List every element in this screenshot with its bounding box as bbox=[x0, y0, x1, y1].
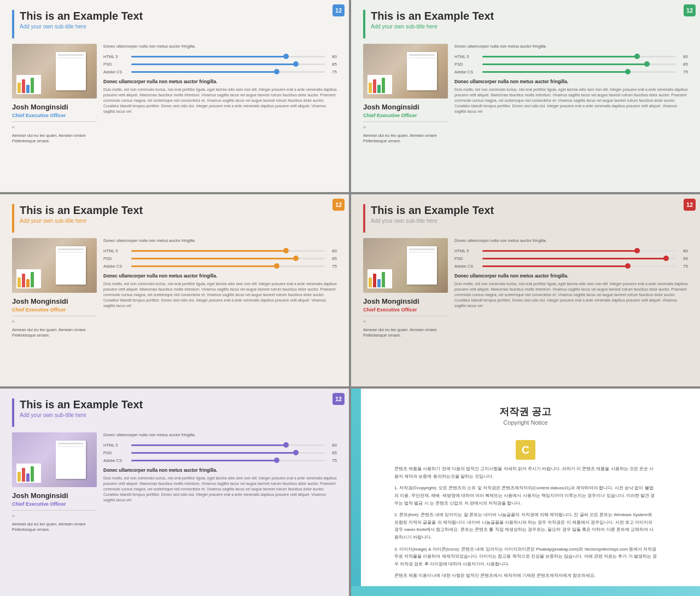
slide-border-5 bbox=[12, 398, 14, 427]
copyright-para-1: 콘텐츠 제품을 사용하기 전에 다음의 법적인 고지사항을 자세히 읽어 주시기… bbox=[394, 465, 657, 480]
slide-3: 12 This is an Example Text Add your own … bbox=[0, 194, 349, 386]
body-text-5: Duis mollis, est non commodo luctus, nis… bbox=[103, 476, 337, 504]
slide-2: 12 This is an Example Text Add your own … bbox=[351, 0, 700, 192]
slide-content-5: Josh Monginsidi Chief Executive Officer … bbox=[12, 432, 337, 533]
slide-title-5: This is an Example Text bbox=[20, 398, 143, 410]
slide-1: 12 This is an Example Text Add your own … bbox=[0, 0, 349, 192]
slide-number-5: 12 bbox=[332, 393, 345, 405]
skill-label-2-2: PSD bbox=[454, 62, 479, 67]
copyright-para-3: 2. 폰트(font): 콘텐츠 내에 있어지는 잘 폰트는 네이버 나눔글꼴의… bbox=[394, 511, 657, 541]
skill-label-1-2: PSD bbox=[103, 62, 128, 67]
profile-image-5 bbox=[12, 432, 97, 487]
slide-header-4: This is an Example Text Add your own sub… bbox=[363, 204, 688, 233]
skill-val-1-2: 85 bbox=[328, 62, 337, 67]
slide-copyright: 저작권 공고 Copyright Notice C 콘텐츠 제품을 사용하기 전… bbox=[351, 389, 700, 596]
right-panel-5: Donec ullamcorper nulla non metus auctor… bbox=[103, 432, 337, 533]
body-bold-3: Donec ullamcorper nulla non metus auctor… bbox=[103, 273, 337, 279]
slide-content-2: Josh Monginsidi Chief Executive Officer … bbox=[363, 44, 688, 144]
profile-image-2 bbox=[363, 44, 448, 99]
slide-header-1: This is an Example Text Add your own sub… bbox=[12, 10, 337, 38]
skill-val-5-2: 85 bbox=[328, 450, 337, 455]
skill-label-4-2: PSD bbox=[454, 256, 479, 261]
skill-val-1-1: 80 bbox=[328, 54, 337, 59]
slide-title-3: This is an Example Text bbox=[20, 204, 143, 216]
profile-role-4: Chief Executive Officer bbox=[363, 307, 448, 313]
slide-border-4 bbox=[363, 204, 365, 233]
copyright-logo: C bbox=[516, 440, 535, 460]
skill-val-4-3: 75 bbox=[679, 264, 688, 269]
quote-text-5: Aenean dui eu leo quam. Aenean ornare Pe… bbox=[12, 522, 97, 533]
quote-mark-5: " bbox=[12, 514, 97, 522]
slide-header-3: This is an Example Text Add your own sub… bbox=[12, 204, 337, 233]
left-panel-1: Josh Monginsidi Chief Executive Officer … bbox=[12, 44, 97, 144]
slide-subtitle-5: Add your own sub-title here bbox=[20, 412, 143, 418]
slide-subtitle-2: Add your own sub-title here bbox=[371, 24, 494, 30]
skill-label-5-1: HTML 5 bbox=[103, 443, 128, 448]
intro-text-5: Donec ullamcorper nulla non metus auctor… bbox=[103, 432, 337, 438]
skill-label-1-1: HTML 5 bbox=[103, 54, 128, 59]
right-panel-1: Donec ullamcorper nulla non metus auctor… bbox=[103, 44, 337, 144]
profile-name-3: Josh Monginsidi bbox=[12, 297, 97, 306]
skill-label-3-1: HTML 5 bbox=[103, 248, 128, 253]
quote-mark-3: " bbox=[12, 320, 97, 327]
slide-5: 12 This is an Example Text Add your own … bbox=[0, 389, 349, 596]
intro-text-2: Donec ullamcorper nulla non metus auctor… bbox=[454, 44, 688, 50]
skill-bars-3: HTML 580 PSD85 Adobe CS75 bbox=[103, 248, 337, 269]
profile-image-4 bbox=[363, 238, 448, 293]
body-text-4: Duis mollis, est non commodo luctus, nis… bbox=[454, 281, 688, 309]
skill-label-3-2: PSD bbox=[103, 256, 128, 261]
profile-role-1: Chief Executive Officer bbox=[12, 113, 97, 118]
skill-label-5-2: PSD bbox=[103, 450, 128, 455]
skill-label-3-3: Adobe CS bbox=[103, 264, 128, 269]
slide-border-3 bbox=[12, 204, 14, 233]
slide-subtitle-3: Add your own sub-title here bbox=[20, 218, 143, 224]
slide-header-5: This is an Example Text Add your own sub… bbox=[12, 398, 337, 427]
quote-text-1: Aenean dui eu leo quam. Aenean ornare Pe… bbox=[12, 133, 97, 144]
slide-border-1 bbox=[12, 10, 14, 38]
quote-text-3: Aenean dui eu leo quam. Aenean ornare Pe… bbox=[12, 327, 97, 339]
skill-val-4-2: 95 bbox=[679, 256, 688, 261]
body-text-2: Duis mollis, est non commodo luctus, nis… bbox=[454, 87, 688, 115]
left-panel-4: Josh Monginsidi Chief Executive Officer … bbox=[363, 238, 448, 339]
slide-number-1: 12 bbox=[332, 4, 345, 16]
copyright-title-ko: 저작권 공고 bbox=[499, 405, 551, 418]
body-bold-2: Donec ullamcorper nulla non metus auctor… bbox=[454, 79, 688, 84]
profile-image-3 bbox=[12, 238, 97, 293]
profile-name-2: Josh Monginsidi bbox=[363, 103, 448, 112]
slide-4: 12 This is an Example Text Add your own … bbox=[351, 194, 700, 386]
profile-role-5: Chief Executive Officer bbox=[12, 501, 97, 507]
skill-val-2-1: 80 bbox=[679, 54, 688, 59]
slide-number-4: 12 bbox=[684, 199, 696, 211]
skill-label-2-3: Adobe CS bbox=[454, 70, 479, 74]
slide-header-2: This is an Example Text Add your own sub… bbox=[363, 10, 688, 38]
profile-name-4: Josh Monginsidi bbox=[363, 297, 448, 306]
skill-val-3-3: 75 bbox=[328, 264, 337, 269]
body-bold-1: Donec ullamcorper nulla non metus auctor… bbox=[103, 79, 337, 84]
slide-number-2: 12 bbox=[684, 4, 696, 16]
left-panel-2: Josh Monginsidi Chief Executive Officer … bbox=[363, 44, 448, 144]
body-text-3: Duis mollis, est non commodo luctus, nis… bbox=[103, 281, 337, 309]
slide-border-2 bbox=[363, 10, 365, 38]
intro-text-3: Donec ullamcorper nulla non metus auctor… bbox=[103, 238, 337, 244]
left-panel-5: Josh Monginsidi Chief Executive Officer … bbox=[12, 432, 97, 533]
quote-mark-2: " bbox=[363, 125, 448, 133]
profile-name-1: Josh Monginsidi bbox=[12, 103, 97, 112]
profile-role-2: Chief Executive Officer bbox=[363, 113, 448, 118]
body-text-1: Duis mollis, est non commodo luctus, nis… bbox=[103, 87, 337, 115]
intro-text-4: Donec ullamcorper nulla non metus auctor… bbox=[454, 238, 688, 244]
skill-bars-2: HTML 580 PSD85 Adobe CS75 bbox=[454, 54, 688, 74]
slide-content-4: Josh Monginsidi Chief Executive Officer … bbox=[363, 238, 688, 339]
right-panel-2: Donec ullamcorper nulla non metus auctor… bbox=[454, 44, 688, 144]
skill-bars-5: HTML 580 PSD85 Adobe CS75 bbox=[103, 443, 337, 463]
copyright-body: 콘텐츠 제품을 사용하기 전에 다음의 법적인 고지사항을 자세히 읽어 주시기… bbox=[394, 465, 657, 580]
quote-text-2: Aenean dui eu leo quam. Aenean ornare Pe… bbox=[363, 133, 448, 144]
skill-val-5-3: 75 bbox=[328, 458, 337, 463]
skill-label-1-3: Adobe CS bbox=[103, 70, 128, 74]
skill-val-1-3: 75 bbox=[328, 70, 337, 74]
intro-text-1: Donec ullamcorper nulla non metus auctor… bbox=[103, 44, 337, 50]
slide-content-1: Josh Monginsidi Chief Executive Officer … bbox=[12, 44, 337, 144]
skill-val-2-2: 85 bbox=[679, 62, 688, 67]
slide-title-2: This is an Example Text bbox=[371, 10, 494, 22]
right-panel-3: Donec ullamcorper nulla non metus auctor… bbox=[103, 238, 337, 339]
skill-label-5-3: Adobe CS bbox=[103, 458, 128, 463]
